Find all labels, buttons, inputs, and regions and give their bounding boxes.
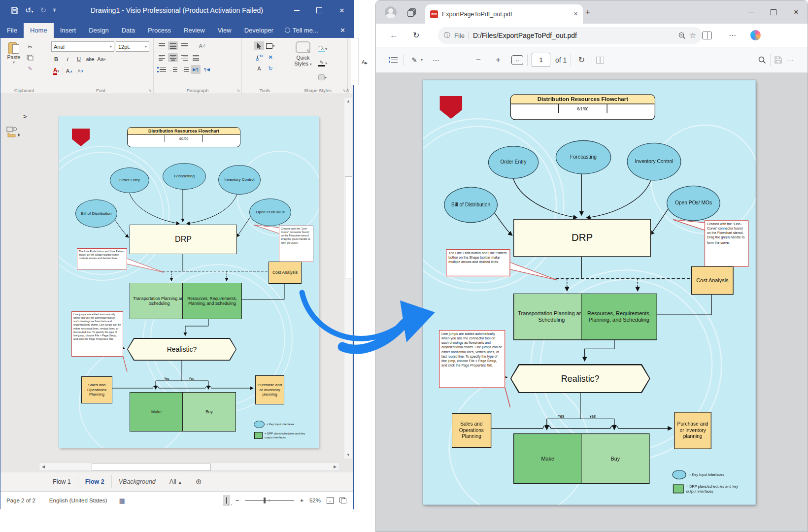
align-right-icon[interactable] [179,53,189,62]
shape-purchase[interactable]: Purchase and or inventory planning [674,412,711,449]
title-block[interactable]: Distribution Resources Flowchart 6/1/00 [510,94,655,120]
text-tool-icon[interactable]: A [254,64,264,73]
pen-options-icon[interactable]: ▾ [421,58,423,62]
tab-design[interactable]: Design [82,23,115,38]
shape-buy[interactable]: Buy [581,433,650,484]
shape-bill-of-distribution[interactable]: Bill of Distribution [75,200,117,228]
pdf-page[interactable]: Distribution Resources Flowchart 6/1/00 … [423,80,756,504]
align-middle-icon[interactable] [168,41,178,50]
page-number-input[interactable]: 1 [532,53,550,67]
shape-buy[interactable]: Buy [182,392,236,432]
rtl-direction-icon[interactable]: ¶◀ [202,65,212,74]
collapse-ribbon-icon[interactable]: ∧ [346,87,349,93]
ribbon-close-icon[interactable]: ✕ [332,23,353,38]
shape-bill-of-distribution[interactable]: Bill of Distribution [444,187,498,223]
scroll-left-icon[interactable]: ◀ [39,465,47,469]
tab-developer[interactable]: Developer [238,23,280,38]
toc-icon[interactable] [387,54,400,66]
connection-point-tool-icon[interactable]: ✕ [266,53,275,62]
status-page-indicator[interactable]: Page 2 of 2 [6,498,35,503]
save-icon[interactable] [774,56,782,64]
shape-realistic[interactable]: Realistic? [510,364,650,393]
fill-icon[interactable]: ▾ [317,44,328,53]
shrink-font-button[interactable]: A▼ [76,66,86,75]
shape-inventory-control[interactable]: Inventory Control [218,165,261,195]
ltr-direction-icon[interactable]: ▶¶ [191,65,201,74]
pdf-viewer[interactable]: Distribution Resources Flowchart 6/1/00 … [376,73,808,532]
fit-to-width-icon[interactable]: ↔ [511,55,523,65]
refresh-icon[interactable]: ↻ [413,31,419,40]
horizontal-scroll-thumb[interactable] [92,464,211,471]
bullets-icon[interactable] [157,65,167,74]
zoom-slider[interactable] [245,500,294,501]
shape-order-entry[interactable]: Order Entry [488,146,539,179]
shape-transportation[interactable]: Transportation Planning and Scheduling [513,294,590,340]
rotate-icon[interactable]: ↻ [575,54,588,66]
underline-button[interactable]: U [74,55,84,64]
callout-line-curve[interactable]: Created with the "Line-Curve" connector … [279,226,313,262]
connector-tool-icon[interactable] [254,53,264,62]
shape-open-pos-mos[interactable]: Open POs/ MOs [667,186,720,221]
vertical-scroll-thumb[interactable] [345,176,352,278]
shape-cost-analysis[interactable]: Cost Analysis [269,262,302,284]
shape-open-pos-mos[interactable]: Open POs/ MOs [249,199,291,226]
info-icon[interactable]: ⓘ [444,31,450,40]
split-screen-icon[interactable] [702,32,712,39]
cut-icon[interactable]: ✂ [25,42,35,51]
zoom-level[interactable]: 52% [309,498,321,503]
shapes-panel-expand-icon[interactable]: > [23,113,27,120]
ribbon-scroll-right-icon[interactable]: A▶ [362,60,368,65]
maximize-button[interactable] [762,0,785,24]
profile-avatar[interactable] [385,6,397,18]
callout-line-ends[interactable]: The Line Ends button and Line Pattern bu… [77,248,127,269]
decrease-indent-icon[interactable]: ← [168,65,178,74]
align-center-icon[interactable] [168,53,178,62]
add-page-icon[interactable]: ⊕ [189,474,209,489]
scroll-down-icon[interactable]: ▼ [344,453,352,457]
effects-icon[interactable]: ▾ [318,73,328,82]
align-left-icon[interactable] [157,53,167,62]
switch-windows-icon[interactable] [339,498,346,503]
title-block[interactable]: Distribution Resources Flowchart 6/1/00 [127,127,240,147]
tab-close-icon[interactable]: ✕ [573,11,578,17]
macro-record-icon[interactable]: ▦ [119,497,125,504]
callout-line-curve[interactable]: Created with the "Line-Curve" connector … [705,220,749,267]
back-icon[interactable]: ← [390,31,398,40]
paste-button[interactable]: Paste▾ [2,40,25,86]
justify-icon[interactable] [191,53,201,62]
increase-indent-icon[interactable]: → [179,65,189,74]
page-tab-flow2[interactable]: Flow 2 [78,475,112,488]
page-tab-all[interactable]: All ▲ [163,475,189,488]
tab-review[interactable]: Review [177,23,211,38]
pointer-tool-icon[interactable] [254,41,264,50]
shape-transportation[interactable]: Transportation Planning and Scheduling [130,283,189,319]
scroll-up-icon[interactable]: ▲ [344,99,352,103]
shape-inventory-control[interactable]: Inventory Control [627,143,681,181]
page-tab-flow1[interactable]: Flow 1 [46,475,78,488]
tell-me-box[interactable]: Tell me... [280,23,323,38]
shape-make[interactable]: Make [513,433,582,484]
minimize-button[interactable] [285,0,308,20]
callout-line-jumps[interactable]: Line jumps are added automatically when … [71,311,123,357]
zoom-slider-thumb[interactable] [264,498,266,503]
shape-order-entry[interactable]: Order Entry [110,167,149,193]
vertical-scrollbar[interactable]: ▲ ▼ [344,97,352,459]
shape-resources[interactable]: Resources, Requirements, Planning, and S… [581,294,657,340]
align-bottom-icon[interactable] [179,41,189,50]
tab-view[interactable]: View [211,23,238,38]
format-painter-icon[interactable]: ✎ [25,64,35,73]
paragraph-dialog-launcher-icon[interactable]: ⇘ [236,88,240,93]
text-rotate-icon[interactable]: A↺ [197,41,207,50]
grow-font-button[interactable]: A▲ [65,66,74,75]
strikethrough-button[interactable]: abe [85,55,95,64]
scroll-right-icon[interactable]: ▶ [331,465,339,469]
presentation-mode-icon[interactable] [223,495,230,506]
italic-button[interactable]: I [63,55,72,64]
font-size-select[interactable]: 12pt.▾ [116,41,149,52]
copy-icon[interactable] [25,53,35,62]
shape-sales-operations[interactable]: Sales and Operations Planning [81,376,112,403]
status-language[interactable]: English (United States) [49,498,107,503]
shape-realistic[interactable]: Realistic? [127,338,236,361]
browser-tab[interactable]: PDF ExportPageToPdf_out.pdf ✕ [425,4,583,24]
draw-pen-icon[interactable]: ✎ [408,54,421,66]
